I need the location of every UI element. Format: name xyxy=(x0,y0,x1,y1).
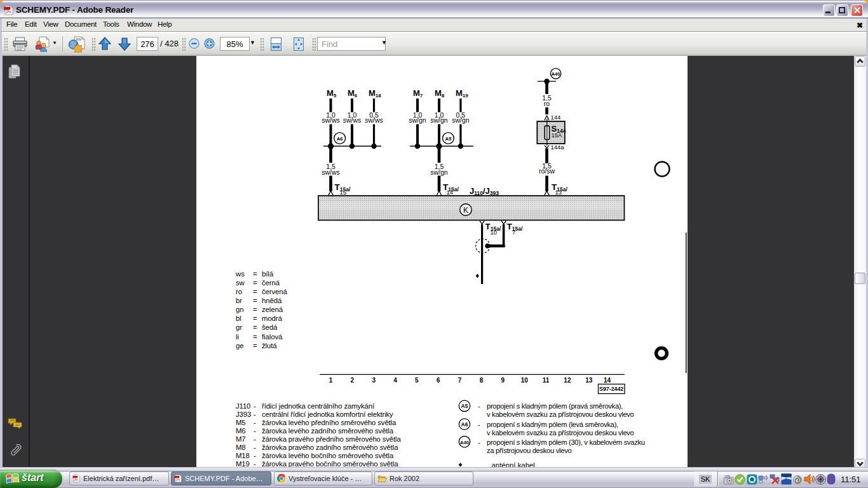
svg-text:bl: bl xyxy=(236,315,241,322)
svg-text:šedá: šedá xyxy=(262,323,278,331)
svg-text:A6: A6 xyxy=(337,136,344,142)
svg-text:-: - xyxy=(254,444,256,451)
svg-text:K: K xyxy=(463,206,468,215)
svg-text:M7: M7 xyxy=(236,435,246,443)
svg-text:gr: gr xyxy=(236,323,242,331)
svg-text:sw/ws: sw/ws xyxy=(322,116,340,124)
svg-text:zelená: zelená xyxy=(262,306,283,313)
svg-text:-: - xyxy=(254,402,256,410)
svg-text:žárovka pravého bočního směrov: žárovka pravého bočního směrového světla xyxy=(262,460,398,467)
svg-text:-: - xyxy=(478,402,480,410)
svg-text:br: br xyxy=(236,297,242,304)
svg-text:=: = xyxy=(253,333,257,341)
svg-text:S97-2442: S97-2442 xyxy=(599,386,623,392)
svg-text:žárovka levého bočního směrové: žárovka levého bočního směrového světla xyxy=(262,452,394,459)
svg-text:-: - xyxy=(254,410,256,418)
svg-text:J110: J110 xyxy=(236,402,250,410)
svg-text:-: - xyxy=(254,435,256,443)
svg-text:červená: červená xyxy=(262,288,288,295)
svg-text:ge: ge xyxy=(236,342,243,349)
svg-text:15A: 15A xyxy=(552,132,563,139)
svg-text:14: 14 xyxy=(447,189,454,196)
svg-text:=: = xyxy=(253,270,257,278)
svg-text:=: = xyxy=(253,279,257,287)
svg-text:gn: gn xyxy=(236,306,243,313)
svg-text:sw/ws: sw/ws xyxy=(343,116,362,124)
svg-text:žárovka pravého předního směro: žárovka pravého předního směrového světl… xyxy=(262,435,401,443)
svg-text:propojení s kladným pólem (lev: propojení s kladným pólem (levá směrovka… xyxy=(487,421,618,428)
svg-text:ro: ro xyxy=(236,288,242,295)
svg-text:4: 4 xyxy=(393,377,397,384)
svg-text:sw/ws: sw/ws xyxy=(365,116,383,124)
svg-text:A5: A5 xyxy=(445,136,452,142)
svg-text:sw: sw xyxy=(236,279,245,287)
svg-text:-: - xyxy=(254,419,256,426)
svg-text:2: 2 xyxy=(351,377,355,384)
svg-text:9: 9 xyxy=(501,377,505,384)
svg-text:černá: černá xyxy=(262,279,280,287)
svg-text:=: = xyxy=(253,342,257,349)
svg-text:A6: A6 xyxy=(461,421,468,428)
svg-text:14: 14 xyxy=(604,377,611,384)
svg-text:-: - xyxy=(254,460,256,467)
svg-text:v kabelovém svazku za přístroj: v kabelovém svazku za přístrojovou desko… xyxy=(487,410,634,418)
svg-text:7: 7 xyxy=(458,377,462,384)
svg-text:za přístrojovou deskou vlevo: za přístrojovou deskou vlevo xyxy=(487,447,571,454)
svg-text:sw/ws: sw/ws xyxy=(322,168,340,176)
svg-text:8: 8 xyxy=(480,377,484,384)
svg-text:anténní kabel: anténní kabel xyxy=(492,461,535,468)
svg-text:5: 5 xyxy=(415,377,419,384)
svg-text:žárovka levého zadního směrové: žárovka levého zadního směrového světla xyxy=(262,427,394,435)
svg-text:A40: A40 xyxy=(460,440,469,445)
svg-text:13: 13 xyxy=(585,377,593,384)
svg-text:-: - xyxy=(478,421,480,428)
svg-text:centrální řídicí jednotka komf: centrální řídicí jednotka komfortní elek… xyxy=(262,410,393,418)
svg-text:M8: M8 xyxy=(236,444,246,451)
svg-text:M19: M19 xyxy=(236,460,250,467)
svg-text:M5: M5 xyxy=(327,88,337,98)
svg-text:sw/gn: sw/gn xyxy=(430,168,448,176)
svg-text:v kabelovém svazku za přístroj: v kabelovém svazku za přístrojovou desko… xyxy=(487,429,634,437)
svg-text:sw/gn: sw/gn xyxy=(452,116,470,124)
svg-text:řídicí jednotka centrálního za: řídicí jednotka centrálního zamykání xyxy=(262,402,375,410)
svg-text:7: 7 xyxy=(512,229,515,236)
svg-text:10: 10 xyxy=(521,377,529,384)
svg-text:M18: M18 xyxy=(369,88,381,98)
svg-text:propojení s kladným pólem (30): propojení s kladným pólem (30), v kabelo… xyxy=(487,438,645,446)
svg-text:=: = xyxy=(253,288,257,295)
svg-text:M5: M5 xyxy=(236,419,246,426)
svg-text:A5: A5 xyxy=(461,403,468,409)
svg-text:ro/sw: ro/sw xyxy=(539,167,555,175)
svg-text:=: = xyxy=(253,315,257,322)
svg-text:10: 10 xyxy=(491,229,498,236)
svg-text:-: - xyxy=(478,438,480,446)
svg-text:144: 144 xyxy=(551,114,561,121)
svg-text:bílá: bílá xyxy=(262,270,274,278)
svg-text:hnědá: hnědá xyxy=(262,297,282,304)
svg-text:modrá: modrá xyxy=(262,315,283,322)
svg-text:M8: M8 xyxy=(435,88,445,98)
svg-text:1: 1 xyxy=(329,377,333,384)
svg-text:sw/gn: sw/gn xyxy=(409,116,426,124)
svg-text:A40: A40 xyxy=(552,71,560,77)
svg-text:M19: M19 xyxy=(456,88,468,98)
svg-text:-: - xyxy=(254,427,256,435)
svg-text:11: 11 xyxy=(543,377,550,384)
svg-text:J110/J393: J110/J393 xyxy=(470,186,499,196)
svg-text:sw/gn: sw/gn xyxy=(430,116,448,124)
svg-text:-: - xyxy=(254,452,256,459)
svg-text:144a: 144a xyxy=(551,144,565,151)
svg-text:12: 12 xyxy=(564,377,571,384)
svg-text:J393: J393 xyxy=(236,410,251,418)
svg-text:ws: ws xyxy=(235,270,245,278)
svg-text:žárovka levého předního směrov: žárovka levého předního směrového světla xyxy=(262,419,397,426)
svg-text:propojení s kladným pólem (pra: propojení s kladným pólem (pravá směrovk… xyxy=(487,402,623,410)
svg-text:M18: M18 xyxy=(236,452,250,459)
svg-text:6: 6 xyxy=(437,377,440,384)
svg-text:M6: M6 xyxy=(236,427,246,435)
svg-text:fialová: fialová xyxy=(262,333,283,341)
svg-text:=: = xyxy=(253,323,257,331)
svg-text:M7: M7 xyxy=(413,88,423,98)
svg-text:13: 13 xyxy=(555,189,562,196)
svg-text:ro: ro xyxy=(544,100,550,107)
